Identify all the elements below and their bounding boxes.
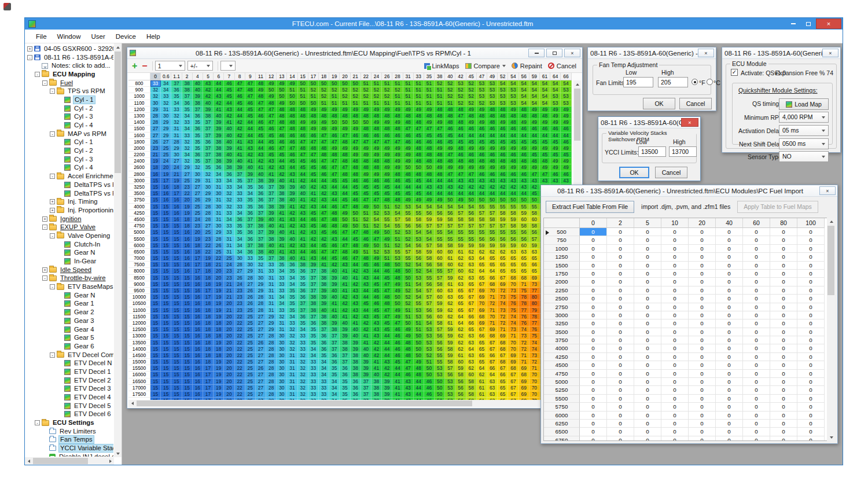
map-cell[interactable]: 44 — [308, 178, 319, 184]
map-cell[interactable]: 41 — [235, 145, 245, 152]
map-cell[interactable]: 49 — [266, 93, 277, 100]
map-cell[interactable]: 38 — [256, 223, 266, 229]
map-cell[interactable]: 51 — [382, 80, 392, 87]
map-cell[interactable]: 18 — [214, 333, 224, 339]
map-cell[interactable]: 16 — [171, 216, 182, 223]
import-cell[interactable]: 0 — [770, 436, 797, 441]
map-cell[interactable]: 31 — [224, 236, 234, 242]
map-cell[interactable]: 47 — [540, 171, 550, 178]
map-cell[interactable]: 39 — [329, 275, 340, 281]
map-cell[interactable]: 35 — [235, 178, 245, 184]
import-cell[interactable]: 0 — [743, 319, 770, 328]
import-cell[interactable]: 0 — [607, 228, 634, 236]
map-cell[interactable]: 68 — [477, 314, 487, 320]
map-cell[interactable]: 45 — [372, 281, 382, 288]
map-cell[interactable]: 37 — [245, 216, 256, 223]
map-cell[interactable]: 49 — [435, 164, 445, 171]
map-cell[interactable]: 15 — [161, 391, 171, 398]
map-cell[interactable]: 46 — [498, 126, 508, 132]
map-cell[interactable]: 53 — [487, 100, 498, 106]
map-row-header[interactable]: 1300 — [128, 113, 150, 119]
map-cell[interactable]: 43 — [498, 178, 508, 184]
map-cell[interactable]: 50 — [529, 197, 540, 203]
map-cell[interactable]: 45 — [372, 190, 382, 197]
map-cell[interactable]: 39 — [203, 106, 214, 113]
map-cell[interactable]: 20 — [224, 300, 234, 307]
map-cell[interactable]: 51 — [287, 87, 297, 93]
map-cell[interactable]: 42 — [529, 184, 540, 190]
import-cell[interactable]: 0 — [661, 403, 689, 411]
map-cell[interactable]: 54 — [529, 100, 540, 106]
map-cell[interactable]: 46 — [466, 126, 477, 132]
map-cell[interactable]: 79 — [529, 307, 540, 314]
map-cell[interactable]: 42 — [308, 197, 319, 203]
map-cell[interactable]: 15 — [161, 359, 171, 365]
map-cell[interactable]: 16 — [193, 372, 203, 378]
map-cell[interactable]: 45 — [382, 326, 392, 333]
map-row-header[interactable]: 1100 — [128, 100, 150, 106]
import-cell[interactable]: 0 — [689, 403, 716, 411]
map-cell[interactable]: 47 — [329, 139, 340, 145]
map-cell[interactable]: 52 — [403, 300, 414, 307]
fahrenheit-radio[interactable] — [692, 79, 698, 85]
map-cell[interactable]: 60 — [519, 242, 529, 249]
map-cell[interactable]: 37 — [203, 145, 214, 152]
map-cell[interactable]: 42 — [340, 294, 350, 300]
import-cell[interactable]: 0 — [580, 370, 607, 378]
map-cell[interactable]: 52 — [435, 80, 445, 87]
map-cell[interactable]: 43 — [529, 178, 540, 184]
map-cell[interactable]: 68 — [498, 359, 508, 365]
import-scroll-up-arrow[interactable] — [827, 218, 835, 225]
expander-icon[interactable]: - — [42, 275, 47, 281]
import-cell[interactable]: 0 — [634, 295, 661, 303]
map-cell[interactable]: 39 — [235, 164, 245, 171]
map-cell[interactable]: 44 — [245, 133, 256, 139]
map-cell[interactable]: 38 — [214, 145, 224, 152]
map-cell[interactable]: 53 — [403, 204, 414, 210]
map-cell[interactable]: 46 — [498, 152, 508, 158]
map-cell[interactable]: 29 — [171, 145, 182, 152]
repaint-button[interactable]: Repaint — [512, 63, 542, 69]
map-row-header[interactable]: 2200 — [128, 152, 150, 158]
map-cell[interactable]: 51 — [361, 223, 372, 229]
map-cell[interactable]: 43 — [455, 178, 466, 184]
map-cell[interactable]: 15 — [150, 197, 161, 203]
map-cell[interactable]: 26 — [245, 288, 256, 294]
import-cell[interactable]: 0 — [743, 436, 770, 441]
map-cell[interactable]: 53 — [382, 249, 392, 255]
import-cell[interactable]: 0 — [797, 253, 825, 261]
map-cell[interactable]: 20 — [224, 372, 234, 378]
map-cell[interactable]: 51 — [329, 100, 340, 106]
map-cell[interactable]: 52 — [361, 87, 372, 93]
map-cell[interactable]: 25 — [245, 352, 256, 359]
map-cell[interactable]: 44 — [329, 197, 340, 203]
map-cell[interactable]: 50 — [414, 346, 424, 352]
map-cell[interactable]: 46 — [256, 113, 266, 119]
map-col-header[interactable]: 21 — [351, 73, 361, 80]
map-cell[interactable]: 57 — [466, 223, 477, 229]
map-cell[interactable]: 49 — [308, 126, 319, 132]
map-cell[interactable]: 38 — [319, 275, 329, 281]
map-cell[interactable]: 45 — [372, 184, 382, 190]
import-cell[interactable]: 0 — [716, 253, 743, 261]
map-cell[interactable]: 40 — [361, 346, 372, 352]
map-cell[interactable]: 42 — [382, 372, 392, 378]
map-cell[interactable]: 36 — [193, 152, 203, 158]
map-cell[interactable]: 45 — [235, 100, 245, 106]
map-cell[interactable]: 46 — [361, 178, 372, 184]
map-cell[interactable]: 44 — [424, 190, 435, 197]
import-row-header[interactable]: 6000 — [544, 411, 580, 420]
map-cell[interactable]: 49 — [424, 106, 435, 113]
map-cell[interactable]: 18 — [193, 242, 203, 249]
map-cell[interactable]: 35 — [235, 229, 245, 236]
import-row-header[interactable]: 6250 — [544, 420, 580, 428]
map-cell[interactable]: 70 — [529, 372, 540, 378]
map-cell[interactable]: 55 — [435, 236, 445, 242]
map-cell[interactable]: 29 — [203, 197, 214, 203]
map-cell[interactable]: 54 — [519, 80, 529, 87]
map-cell[interactable]: 48 — [287, 113, 297, 119]
scroll-left-arrow[interactable] — [25, 457, 32, 465]
map-cell[interactable]: 35 — [256, 255, 266, 262]
map-cell[interactable]: 44 — [403, 184, 414, 190]
map-cell[interactable]: 45 — [308, 223, 319, 229]
